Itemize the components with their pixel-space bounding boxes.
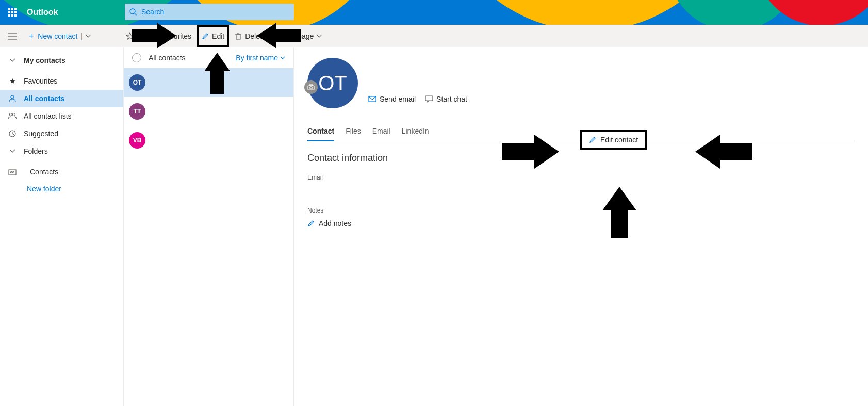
pencil-icon bbox=[202, 33, 209, 40]
contact-info-title: Contact information bbox=[307, 153, 855, 164]
star-plus-icon bbox=[126, 32, 134, 40]
nav-contacts-folder-label: Contacts bbox=[30, 168, 58, 176]
new-contact-button[interactable]: + New contact | bbox=[25, 31, 95, 41]
notes-label: Notes bbox=[307, 207, 855, 214]
contact-row[interactable]: OT bbox=[124, 68, 293, 97]
pencil-icon bbox=[307, 220, 315, 227]
profile-initials: OT bbox=[318, 72, 347, 95]
edit-contact-button[interactable]: Edit contact bbox=[580, 130, 647, 150]
add-notes-label: Add notes bbox=[319, 219, 351, 228]
star-icon: ★ bbox=[8, 77, 17, 85]
svg-rect-33 bbox=[425, 96, 433, 101]
tab-linkedin[interactable]: LinkedIn bbox=[402, 122, 429, 141]
tab-contact[interactable]: Contact bbox=[307, 122, 334, 141]
nav-all-contact-lists[interactable]: All contact lists bbox=[0, 107, 123, 125]
chat-icon bbox=[425, 95, 433, 103]
svg-rect-3 bbox=[8, 11, 10, 13]
search-icon bbox=[125, 8, 141, 16]
camera-badge[interactable] bbox=[304, 80, 318, 94]
delete-label: Delete bbox=[245, 32, 266, 40]
svg-rect-8 bbox=[14, 14, 17, 17]
svg-rect-6 bbox=[8, 14, 10, 17]
svg-line-10 bbox=[135, 13, 137, 15]
start-chat-button[interactable]: Start chat bbox=[425, 95, 467, 103]
chevron-down-icon bbox=[86, 35, 91, 38]
new-contact-label: New contact bbox=[38, 32, 77, 40]
nav-contacts-folder[interactable]: Contacts bbox=[0, 163, 123, 181]
svg-rect-0 bbox=[8, 8, 10, 10]
nav-my-contacts-label: My contacts bbox=[24, 56, 65, 64]
profile-avatar[interactable]: OT bbox=[307, 58, 358, 108]
nav-my-contacts[interactable]: My contacts bbox=[0, 52, 123, 69]
add-notes-button[interactable]: Add notes bbox=[307, 219, 855, 228]
svg-rect-31 bbox=[309, 85, 313, 86]
edit-contact-label: Edit contact bbox=[600, 136, 638, 144]
nav-all-contacts[interactable]: All contacts bbox=[0, 90, 123, 107]
tab-email[interactable]: Email bbox=[372, 122, 390, 141]
svg-point-28 bbox=[13, 172, 14, 173]
contact-row[interactable]: VB bbox=[124, 126, 293, 155]
svg-point-24 bbox=[13, 113, 15, 116]
manage-button[interactable]: Manage bbox=[271, 25, 327, 47]
svg-rect-7 bbox=[11, 14, 13, 17]
contact-row[interactable]: TT bbox=[124, 97, 293, 126]
app-name[interactable]: Outlook bbox=[25, 8, 58, 17]
chevron-down-icon bbox=[317, 35, 322, 38]
waffle-icon bbox=[8, 8, 17, 17]
svg-rect-4 bbox=[11, 11, 13, 13]
people-icon bbox=[8, 112, 17, 120]
send-email-button[interactable]: Send email bbox=[368, 95, 416, 103]
nav-suggested[interactable]: Suggested bbox=[0, 125, 123, 142]
mail-icon bbox=[368, 96, 376, 102]
new-folder-link[interactable]: New folder bbox=[0, 181, 123, 197]
hamburger-button[interactable] bbox=[0, 33, 25, 40]
left-nav: My contacts ★ Favourites All contacts Al… bbox=[0, 47, 124, 406]
nav-suggested-label: Suggested bbox=[24, 129, 58, 138]
edit-button[interactable]: Edit bbox=[196, 25, 230, 47]
person-gear-icon bbox=[276, 33, 285, 40]
plus-icon: + bbox=[29, 31, 34, 41]
svg-rect-5 bbox=[14, 11, 17, 13]
nav-all-contacts-label: All contacts bbox=[24, 94, 64, 103]
chevron-down-icon bbox=[8, 149, 17, 153]
start-chat-label: Start chat bbox=[436, 95, 467, 103]
svg-point-21 bbox=[281, 36, 284, 39]
svg-rect-29 bbox=[308, 86, 314, 90]
camera-icon bbox=[307, 84, 315, 90]
search-input[interactable] bbox=[141, 8, 294, 16]
svg-rect-1 bbox=[11, 8, 13, 10]
contact-list: All contacts By first name OT TT VB bbox=[124, 47, 294, 406]
search-box[interactable] bbox=[125, 4, 294, 20]
folder-people-icon bbox=[8, 168, 17, 175]
contact-avatar: VB bbox=[129, 132, 145, 149]
edit-label: Edit bbox=[212, 32, 224, 40]
nav-favourites[interactable]: ★ Favourites bbox=[0, 72, 123, 90]
profile-header: OT Send email Start chat bbox=[307, 58, 855, 108]
nav-folders[interactable]: Folders bbox=[0, 142, 123, 160]
contact-list-header: All contacts By first name bbox=[124, 47, 293, 68]
add-to-favourites-button[interactable]: Add to favourites bbox=[121, 25, 196, 47]
sort-button[interactable]: By first name bbox=[236, 54, 285, 62]
svg-point-27 bbox=[11, 172, 12, 173]
contact-list-title: All contacts bbox=[149, 54, 236, 62]
chevron-down-icon bbox=[8, 58, 17, 62]
main-content: My contacts ★ Favourites All contacts Al… bbox=[0, 47, 868, 406]
svg-point-22 bbox=[11, 95, 14, 99]
contact-avatar: TT bbox=[129, 103, 145, 120]
svg-rect-2 bbox=[14, 8, 17, 10]
pencil-icon bbox=[589, 136, 596, 143]
contact-avatar: OT bbox=[129, 74, 145, 91]
email-label: Email bbox=[307, 174, 855, 181]
nav-folders-label: Folders bbox=[24, 147, 48, 155]
person-icon bbox=[8, 95, 17, 102]
nav-all-contact-lists-label: All contact lists bbox=[24, 112, 72, 120]
svg-point-23 bbox=[10, 113, 12, 116]
clock-icon bbox=[8, 130, 17, 137]
delete-button[interactable]: Delete bbox=[230, 25, 271, 47]
app-launcher-button[interactable] bbox=[0, 0, 25, 25]
svg-point-20 bbox=[277, 33, 281, 36]
send-email-label: Send email bbox=[380, 95, 416, 103]
svg-rect-17 bbox=[236, 35, 240, 39]
tab-files[interactable]: Files bbox=[346, 122, 361, 141]
select-all-checkbox[interactable] bbox=[132, 53, 141, 62]
